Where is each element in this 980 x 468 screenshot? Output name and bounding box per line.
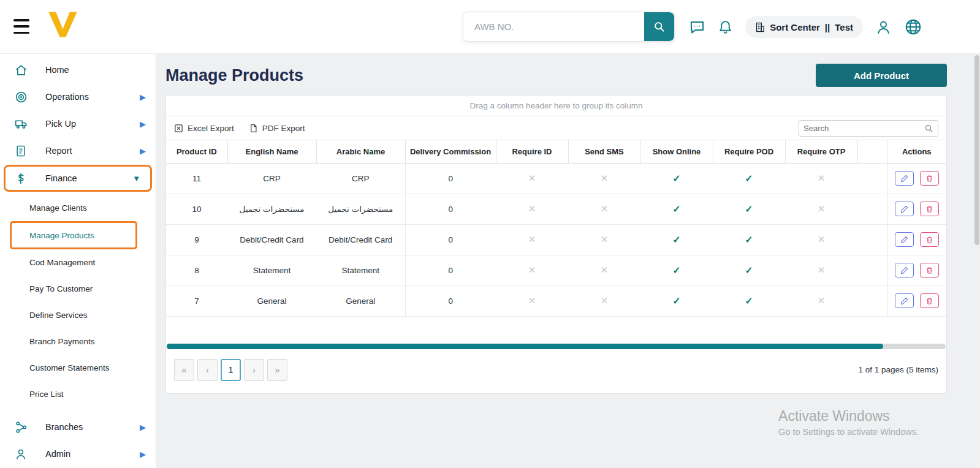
sidebar-item-label: Operations (45, 92, 89, 102)
delete-button[interactable] (920, 202, 939, 216)
send-sms-flag: ✕ (568, 163, 640, 194)
table-row[interactable]: 10 مستحضرات تجميل مستحضرات تجميل 0 ✕ ✕ ✓… (166, 194, 946, 224)
products-grid: Drag a column header here to group its c… (165, 95, 947, 394)
cell-product-id: 10 (166, 194, 227, 224)
submenu-label: Manage Products (29, 231, 94, 240)
sidebar-item-label: Report (45, 146, 72, 156)
require-otp-flag: ✕ (785, 194, 857, 224)
col-show-online[interactable]: Show Online (640, 140, 713, 163)
submenu-item-cod-management[interactable]: Cod Management (0, 249, 156, 276)
cell-delivery-commission: 0 (405, 285, 496, 316)
group-by-hint[interactable]: Drag a column header here to group its c… (166, 96, 946, 116)
sidebar-item-pick-up[interactable]: Pick Up ▶ (0, 110, 156, 137)
edit-button[interactable] (895, 232, 914, 247)
col-english-name[interactable]: English Name (227, 140, 316, 163)
next-page-button[interactable]: › (244, 359, 264, 381)
submenu-item-manage-clients[interactable]: Manage Clients (0, 195, 156, 221)
sidebar-item-finance[interactable]: Finance ▼ (6, 167, 150, 190)
vertical-scrollbar[interactable] (974, 0, 980, 468)
col-send-sms[interactable]: Send SMS (568, 140, 640, 163)
delete-button[interactable] (920, 293, 939, 308)
cell-spacer (857, 163, 887, 194)
watermark-title: Activate Windows (778, 408, 919, 425)
table-row[interactable]: 9 Debit/Credit Card Debit/Credit Card 0 … (166, 224, 946, 255)
sidebar-item-label: Pick Up (45, 119, 76, 129)
cell-actions (887, 224, 946, 255)
app-logo[interactable] (47, 10, 80, 39)
products-table: Product ID English Name Arabic Name Deli… (166, 140, 946, 317)
sort-center-badge[interactable]: Sort Center || Test (745, 16, 863, 38)
sidebar-item-report[interactable]: Report ▶ (0, 137, 156, 164)
col-product-id[interactable]: Product ID (166, 140, 227, 163)
excel-export-button[interactable]: Excel Export (174, 124, 234, 133)
col-require-otp[interactable]: Require OTP (785, 140, 857, 163)
grid-search-input[interactable] (803, 124, 924, 133)
pagination: « ‹ 1 › » (174, 359, 291, 381)
branches-network-icon (13, 421, 28, 434)
require-id-flag: ✕ (496, 194, 568, 224)
col-arabic-name[interactable]: Arabic Name (316, 140, 405, 163)
page-number-button[interactable]: 1 (221, 359, 241, 381)
submenu-label: Price List (29, 390, 64, 399)
horizontal-scrollbar-thumb[interactable] (167, 344, 883, 349)
sort-center-label: Sort Center (770, 22, 820, 32)
chat-button[interactable] (689, 19, 705, 36)
main-content: Manage Products Add Product Drag a colum… (157, 54, 980, 468)
require-pod-flag: ✓ (713, 285, 785, 316)
submenu-item-define-services[interactable]: Define Services (0, 302, 156, 328)
sidebar-item-home[interactable]: Home (0, 56, 156, 83)
submenu-item-price-list[interactable]: Price List (0, 381, 156, 407)
profile-button[interactable] (875, 19, 892, 36)
edit-button[interactable] (895, 293, 914, 308)
col-require-pod[interactable]: Require POD (713, 140, 785, 163)
grid-toolbar: Excel Export PDF Export (166, 116, 946, 140)
delete-button[interactable] (920, 263, 939, 277)
delete-button[interactable] (920, 171, 939, 186)
chevron-right-icon: ▶ (140, 423, 146, 432)
submenu-item-manage-products[interactable]: Manage Products (12, 223, 135, 247)
col-spacer (857, 140, 887, 163)
delete-button[interactable] (920, 232, 939, 247)
require-pod-flag: ✓ (713, 194, 785, 224)
awb-search-input[interactable] (463, 12, 644, 41)
col-require-id[interactable]: Require ID (496, 140, 568, 163)
table-row[interactable]: 11 CRP CRP 0 ✕ ✕ ✓ ✓ ✕ (166, 163, 946, 194)
pdf-export-button[interactable]: PDF Export (249, 124, 305, 133)
sidebar-item-finance-highlight: Finance ▼ (4, 165, 152, 192)
first-page-button[interactable]: « (174, 359, 194, 381)
prev-page-button[interactable]: ‹ (197, 359, 218, 381)
edit-button[interactable] (895, 171, 914, 186)
awb-search-button[interactable] (644, 12, 674, 41)
sidebar-item-label: Admin (45, 449, 70, 459)
language-button[interactable] (904, 18, 922, 36)
last-page-button[interactable]: » (267, 359, 287, 381)
sidebar-item-branches[interactable]: Branches ▶ (0, 413, 156, 440)
cell-delivery-commission: 0 (405, 224, 496, 255)
require-otp-flag: ✕ (785, 285, 857, 316)
cell-english-name: مستحضرات تجميل (227, 194, 316, 224)
pencil-icon (900, 236, 908, 244)
table-row[interactable]: 8 Statement Statement 0 ✕ ✕ ✓ ✓ ✕ (166, 255, 946, 285)
cell-arabic-name: Debit/Credit Card (316, 224, 405, 255)
pdf-icon (249, 124, 258, 133)
submenu-item-manage-products-highlight: Manage Products (10, 221, 137, 249)
col-delivery-commission[interactable]: Delivery Commission (405, 140, 496, 163)
horizontal-scrollbar[interactable] (167, 344, 946, 349)
trash-icon (925, 297, 933, 305)
sidebar-item-admin[interactable]: Admin ▶ (0, 440, 156, 467)
sidebar-item-operations[interactable]: Operations ▶ (0, 83, 156, 110)
submenu-item-branch-payments[interactable]: Branch Payments (0, 328, 156, 355)
table-row[interactable]: 7 General General 0 ✕ ✕ ✓ ✓ ✕ (166, 285, 946, 316)
add-product-button[interactable]: Add Product (816, 64, 947, 87)
submenu-item-pay-to-customer[interactable]: Pay To Customer (0, 276, 156, 302)
show-online-flag: ✓ (640, 255, 713, 285)
submenu-item-customer-statements[interactable]: Customer Statements (0, 355, 156, 381)
edit-button[interactable] (895, 263, 914, 277)
notifications-button[interactable] (718, 20, 733, 35)
vertical-scrollbar-thumb[interactable] (974, 55, 979, 245)
page-title: Manage Products (165, 66, 303, 85)
pencil-icon (900, 175, 908, 183)
edit-button[interactable] (895, 202, 914, 216)
cell-arabic-name: Statement (316, 255, 405, 285)
hamburger-menu-button[interactable] (13, 19, 29, 34)
